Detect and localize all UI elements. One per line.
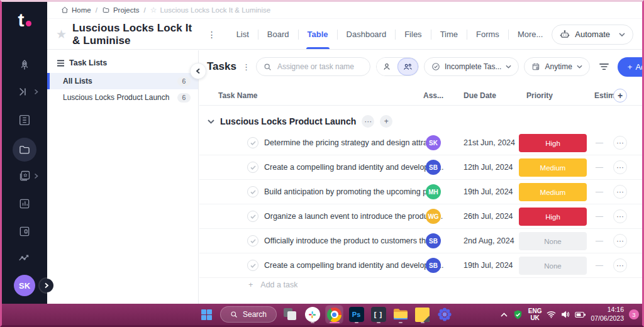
tab-table[interactable]: Table: [299, 19, 337, 49]
priority-badge[interactable]: Medium: [519, 183, 587, 201]
task-complete-checkbox[interactable]: [247, 137, 258, 148]
reports-chart-icon[interactable]: [2, 197, 47, 210]
estimate-value[interactable]: —: [596, 236, 603, 245]
assignee-avatar[interactable]: SB: [426, 258, 441, 273]
star-outline-icon[interactable]: ☆: [150, 6, 157, 14]
task-complete-checkbox[interactable]: [247, 186, 258, 197]
sidebar-expand-button[interactable]: [40, 279, 53, 292]
slack-app-button[interactable]: [304, 306, 321, 323]
task-complete-checkbox[interactable]: [247, 235, 258, 247]
assignee-avatar[interactable]: WG: [426, 209, 441, 224]
priority-badge[interactable]: None: [519, 232, 587, 250]
task-group-name[interactable]: Luscious Locks Product Launch: [220, 116, 356, 126]
estimate-value[interactable]: —: [596, 163, 603, 172]
row-actions-button[interactable]: ···: [613, 258, 627, 272]
project-menu-button[interactable]: ⋮: [208, 30, 216, 40]
photoshop-app-button[interactable]: Ps: [348, 306, 365, 323]
table-row[interactable]: Create a compelling brand identity and d…: [199, 253, 642, 278]
chrome-app-button[interactable]: [326, 306, 343, 323]
task-list-item[interactable]: Luscious Locks Product Launch6: [47, 89, 198, 106]
task-view-button[interactable]: [282, 306, 299, 323]
notes-app-button[interactable]: [414, 306, 431, 323]
battery-icon[interactable]: [575, 311, 586, 318]
task-complete-checkbox[interactable]: [247, 162, 258, 173]
table-row[interactable]: Determine the pricing strategy and desig…: [199, 131, 642, 155]
templates-icon[interactable]: [2, 169, 47, 182]
row-actions-button[interactable]: ···: [613, 160, 627, 174]
table-row[interactable]: Build anticipation by promoting the upco…: [199, 180, 642, 204]
chevron-down-icon[interactable]: [208, 119, 214, 124]
filter-button[interactable]: [596, 57, 613, 76]
task-name[interactable]: Build anticipation by promoting the upco…: [264, 187, 441, 196]
tab-board[interactable]: Board: [258, 19, 298, 49]
search-input[interactable]: [276, 62, 363, 72]
app-logo[interactable]: t: [2, 9, 47, 31]
assignee-avatar[interactable]: SB: [426, 160, 441, 175]
breadcrumb-home[interactable]: Home: [61, 6, 91, 14]
wifi-icon[interactable]: [547, 311, 556, 318]
table-row[interactable]: Organize a launch event to introduce the…: [199, 204, 642, 229]
tab-list[interactable]: List: [228, 19, 258, 49]
due-date[interactable]: 19th Jul, 2024: [464, 261, 513, 270]
row-actions-button[interactable]: ···: [613, 185, 627, 199]
column-priority[interactable]: Priority: [526, 91, 553, 100]
task-complete-checkbox[interactable]: [247, 211, 258, 222]
date-filter-dropdown[interactable]: Anytime: [524, 57, 589, 76]
jump-to-icon[interactable]: [2, 86, 47, 98]
panels-icon[interactable]: [2, 225, 47, 238]
apps-grid-icon[interactable]: [2, 113, 47, 127]
chevron-up-icon[interactable]: [501, 313, 508, 317]
panel-collapse-button[interactable]: [190, 63, 206, 79]
row-actions-button[interactable]: ···: [613, 209, 627, 223]
clock[interactable]: 14:16 07/06/2023: [591, 306, 624, 323]
column-due-date[interactable]: Due Date: [464, 91, 496, 100]
single-assignee-button[interactable]: [377, 58, 397, 75]
due-date[interactable]: 12th Jul, 2024: [464, 163, 513, 172]
estimate-value[interactable]: —: [596, 138, 603, 147]
priority-badge[interactable]: Medium: [519, 158, 587, 177]
column-task-name[interactable]: Task Name: [218, 91, 257, 100]
task-name[interactable]: Organize a launch event to introduce the…: [264, 212, 443, 221]
add-a-task-row[interactable]: + Add a task: [248, 280, 297, 287]
estimate-value[interactable]: —: [596, 187, 603, 196]
column-assignee[interactable]: Ass...: [423, 91, 443, 100]
row-actions-button[interactable]: ···: [613, 136, 627, 150]
security-shield-icon[interactable]: [513, 309, 523, 320]
due-date[interactable]: 2nd Aug, 2024: [464, 236, 514, 245]
task-name[interactable]: Create a compelling brand identity and d…: [264, 261, 444, 270]
tab-forms[interactable]: Forms: [467, 19, 508, 49]
due-date[interactable]: 21st Jun, 2024: [464, 138, 515, 147]
breadcrumb-projects[interactable]: Projects: [102, 6, 140, 14]
tasks-menu-button[interactable]: ⋮: [242, 62, 250, 72]
automate-button[interactable]: Automate: [552, 25, 633, 45]
task-complete-checkbox[interactable]: [247, 260, 258, 271]
assignee-avatar[interactable]: SB: [426, 233, 441, 248]
add-column-button[interactable]: +: [613, 89, 627, 103]
due-date[interactable]: 26th Jul, 2024: [464, 212, 513, 221]
taskbar-search[interactable]: Search: [220, 306, 277, 323]
tab-dashboard[interactable]: Dashboard: [338, 19, 396, 49]
add-task-button[interactable]: + Add: [618, 57, 642, 77]
task-name[interactable]: Determine the pricing strategy and desig…: [264, 138, 440, 147]
priority-badge[interactable]: High: [519, 134, 587, 152]
task-search[interactable]: [256, 57, 370, 76]
tab-more[interactable]: More...: [509, 19, 552, 49]
brackets-app-button[interactable]: [ ]: [370, 306, 387, 323]
group-add-button[interactable]: +: [380, 115, 392, 128]
status-filter-dropdown[interactable]: Incomplete Tas...: [424, 57, 519, 76]
group-assignee-button[interactable]: [397, 58, 418, 75]
assignee-avatar[interactable]: SK: [426, 135, 441, 150]
tab-time[interactable]: Time: [431, 19, 467, 49]
notification-badge[interactable]: 3: [629, 309, 639, 319]
tab-files[interactable]: Files: [396, 19, 430, 49]
getting-started-rocket-icon[interactable]: [2, 58, 47, 72]
task-name[interactable]: Create a compelling brand identity and d…: [264, 163, 444, 172]
volume-icon[interactable]: [561, 311, 570, 318]
start-button[interactable]: [198, 306, 215, 323]
column-estimate[interactable]: Estim: [594, 91, 615, 100]
row-actions-button[interactable]: ···: [613, 234, 627, 248]
task-list-item[interactable]: All Lists6: [47, 73, 198, 89]
table-row[interactable]: Officially introduce the product to cust…: [199, 229, 642, 253]
group-more-button[interactable]: ···: [362, 115, 374, 128]
favorite-star-icon[interactable]: ★: [56, 27, 67, 42]
